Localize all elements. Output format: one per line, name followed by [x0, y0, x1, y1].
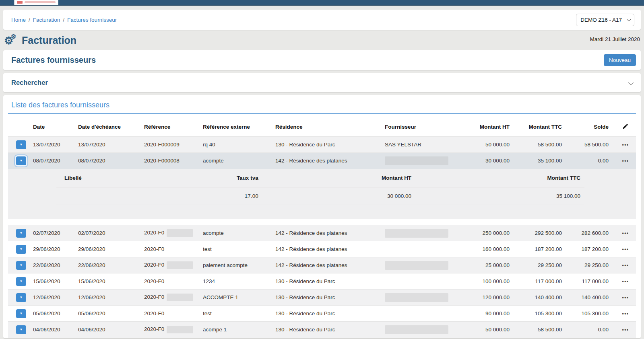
montant-ht-cell: 160 000.00: [463, 241, 518, 257]
row-actions-button[interactable]: •••: [622, 247, 629, 252]
reference-cell: 2020-F0: [142, 322, 200, 338]
due-date-cell: 29/06/2020: [76, 241, 142, 257]
expand-row-button[interactable]: ▼: [16, 245, 26, 254]
col-date: Date: [31, 115, 76, 137]
expand-cell: ▼: [8, 322, 31, 338]
fournisseur-cell: [382, 306, 463, 322]
solde-cell: 58 500.00: [570, 137, 617, 153]
row-actions-button[interactable]: •••: [622, 295, 629, 300]
spacer-cell: [8, 219, 636, 225]
table-row[interactable]: ▼29/06/202029/06/20202020-F0test142 - Ré…: [8, 241, 636, 257]
fournisseur-cell: [382, 322, 463, 338]
app-logo[interactable]: [14, 0, 58, 5]
solde-cell: 282 600.00: [570, 225, 617, 241]
due-date-cell: 02/07/2020: [76, 225, 142, 241]
expand-row-button[interactable]: ▼: [16, 140, 26, 149]
current-date: Mardi 21 Juillet 2020: [590, 35, 640, 42]
expand-cell: ▼: [8, 137, 31, 153]
row-actions-button[interactable]: •••: [622, 142, 629, 148]
table-row[interactable]: ▼15/06/202015/06/20202020-F01234130 - Ré…: [8, 273, 636, 290]
expand-row-button[interactable]: ▼: [16, 229, 26, 238]
date-cell: 12/06/2020: [31, 290, 76, 306]
table-row[interactable]: ▼04/06/202004/06/20202020-F0acompe 1130 …: [8, 322, 636, 338]
expand-cell: ▼: [8, 290, 31, 306]
breadcrumb-home-link[interactable]: Home: [11, 17, 26, 23]
collapse-chevron-icon[interactable]: [628, 80, 634, 85]
section-title: Factures fournisseurs: [11, 55, 96, 65]
reference-cell: 2020-F0: [142, 273, 200, 290]
residence-cell: 130 - Résidence du Parc: [273, 290, 382, 306]
new-invoice-button[interactable]: Nouveau: [604, 54, 636, 66]
top-navbar: [0, 0, 644, 6]
montant-ht-cell: 120 000.00: [463, 290, 518, 306]
solde-cell: 0.00: [570, 153, 617, 169]
reference-externe-cell: test: [200, 306, 273, 322]
montant-ht-cell: 50 000.00: [463, 322, 518, 338]
table-row[interactable]: ▼08/07/202008/07/20202020-F000008acompte…: [8, 153, 636, 169]
row-actions-button[interactable]: •••: [622, 230, 629, 236]
list-title: Liste des factures fournisseurs: [8, 99, 636, 114]
due-date-cell: 08/07/2020: [76, 153, 142, 169]
col-expand: [8, 115, 31, 137]
expand-row-button[interactable]: ▼: [16, 261, 26, 270]
residence-cell: 142 - Résidence des platanes: [273, 257, 382, 273]
residence-cell: 142 - Résidence des platanes: [273, 225, 382, 241]
invoice-list-card: Liste des factures fournisseurs Date Dat…: [3, 95, 641, 338]
detail-col-1: Taux tva: [162, 169, 262, 187]
breadcrumb-factures-fournisseur-link[interactable]: Factures fournisseur: [67, 17, 117, 23]
expand-cell: ▼: [8, 273, 31, 290]
due-date-cell: 12/06/2020: [76, 290, 142, 306]
date-cell: 02/07/2020: [31, 225, 76, 241]
col-montant-ht: Montant HT: [463, 115, 518, 137]
residence-cell: 130 - Résidence du Parc: [273, 273, 382, 290]
table-row[interactable]: ▼05/06/202005/06/20202020-F0test130 - Ré…: [8, 306, 636, 322]
row-actions-button[interactable]: •••: [622, 311, 629, 316]
row-actions-button[interactable]: •••: [622, 279, 629, 284]
expand-cell: ▼: [8, 257, 31, 273]
search-panel[interactable]: Rechercher: [3, 73, 641, 92]
detail-cell: LibelléTaux tvaMontant HTMontant TTC17.0…: [8, 169, 636, 219]
col-residence: Résidence: [273, 115, 382, 137]
table-row[interactable]: ▼02/07/202002/07/20202020-F0acompte142 -…: [8, 225, 636, 241]
expand-row-button[interactable]: ▼: [16, 309, 26, 318]
reference-cell: 2020-F0: [142, 306, 200, 322]
redacted-reference: [167, 326, 193, 333]
fournisseur-cell: [382, 225, 463, 241]
pencil-icon[interactable]: [622, 123, 629, 129]
environment-select-value: DEMO Z16 - A17: [580, 17, 622, 23]
montant-ht-cell: 90 000.00: [463, 306, 518, 322]
breadcrumb-facturation-link[interactable]: Facturation: [33, 17, 60, 23]
date-cell: 22/06/2020: [31, 257, 76, 273]
montant-ttc-cell: 187 200.00: [518, 241, 570, 257]
expand-row-button[interactable]: ▼: [16, 325, 26, 334]
fournisseur-cell: [382, 241, 463, 257]
montant-ht-cell: 50 000.00: [463, 137, 518, 153]
expand-row-button[interactable]: ▼: [16, 293, 26, 302]
reference-cell: 2020-F000009: [142, 137, 200, 153]
solde-cell: 117 000.00: [570, 273, 617, 290]
montant-ht-cell: 25 000.00: [463, 257, 518, 273]
expand-row-button[interactable]: ▼: [16, 277, 26, 286]
col-reference: Référence: [142, 115, 200, 137]
reference-cell: 2020-F0: [142, 290, 200, 306]
redacted-fournisseur: [385, 261, 448, 270]
reference-externe-cell: rq 40: [200, 137, 273, 153]
col-montant-ttc: Montant TTC: [518, 115, 570, 137]
table-row[interactable]: ▼22/06/202022/06/20202020-F0paiement aco…: [8, 257, 636, 273]
table-row[interactable]: ▼13/07/202013/07/20202020-F000009rq 4013…: [8, 137, 636, 153]
redacted-fournisseur: [385, 156, 448, 165]
actions-cell: •••: [617, 137, 636, 153]
montant-ttc-cell: 35 100.00: [518, 153, 570, 169]
redacted-reference: [167, 229, 193, 237]
detail-value-3: 35 100.00: [415, 187, 584, 205]
row-actions-button[interactable]: •••: [622, 158, 629, 164]
table-row[interactable]: ▼12/06/202012/06/20202020-F0ACCOMPTE 113…: [8, 290, 636, 306]
redacted-fournisseur: [385, 229, 448, 238]
redacted-reference: [167, 261, 193, 269]
expand-row-button[interactable]: ▼: [16, 156, 26, 165]
reference-cell: 2020-F000008: [142, 153, 200, 169]
environment-select[interactable]: DEMO Z16 - A17: [576, 14, 634, 26]
row-actions-button[interactable]: •••: [622, 327, 629, 333]
invoice-lines-table: LibelléTaux tvaMontant HTMontant TTC17.0…: [56, 169, 584, 205]
row-actions-button[interactable]: •••: [622, 263, 629, 268]
